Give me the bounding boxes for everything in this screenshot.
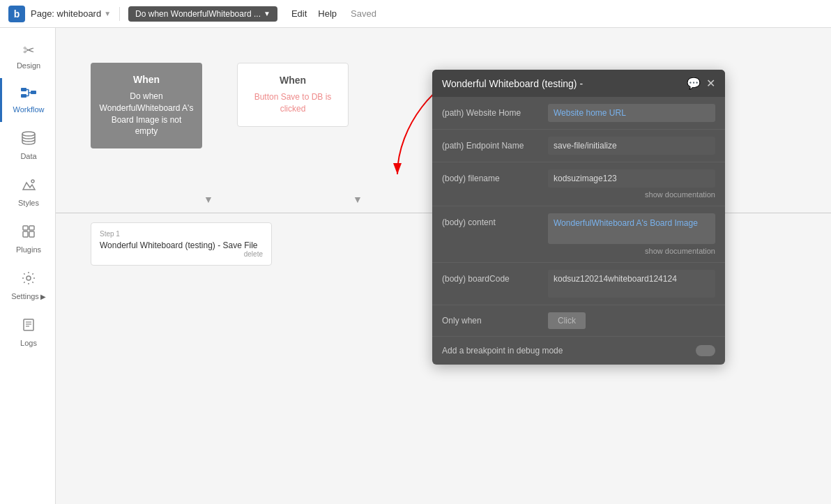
popup-debug-label: Add a breakpoint in debug mode [442,346,689,356]
workflow-icon [21,86,36,102]
sidebar-item-design[interactable]: ✂ Design [0,33,55,78]
workflow-trigger-btn[interactable]: Do when WonderfulWhiteboard ... ▼ [128,6,277,22]
svg-point-8 [31,180,34,183]
popup-footer: Add a breakpoint in debug mode [432,337,725,365]
popup-row-endpoint-name: (path) Endpoint Name save-file/initializ… [432,130,725,162]
popup-input-website-home[interactable]: Website home URL [548,104,715,122]
svg-rect-14 [24,319,33,330]
plugins-icon [21,224,36,243]
popup-only-when-label: Only when [442,316,540,326]
step-delete-btn[interactable]: delete [100,250,263,258]
popup-input-endpoint-name[interactable]: save-file/initialize [548,137,715,155]
sidebar-item-styles-label: Styles [18,199,39,207]
step-row: Step 1 Wonderful Whiteboard (testing) - … [91,223,167,265]
sidebar-item-plugins-label: Plugins [16,245,41,254]
sidebar-item-data[interactable]: Data [0,122,55,169]
saved-status: Saved [351,8,376,19]
step-card-1[interactable]: Step 1 Wonderful Whiteboard (testing) - … [91,222,272,266]
popup-panel: Wonderful Whiteboard (testing) - 💬 ✕ (pa… [432,70,725,365]
popup-label-website-home: (path) Website Home [442,104,540,118]
popup-doc-filename[interactable]: show documentation [548,190,715,199]
page-dropdown-arrow[interactable]: ▼ [104,10,111,17]
sidebar-item-styles[interactable]: Styles [0,169,55,215]
popup-label-content: (body) content [442,213,540,227]
sidebar-item-logs-label: Logs [20,339,37,347]
when-card-2-desc: Button Save to DB is clicked [246,91,340,115]
popup-actions: 💬 ✕ [687,77,715,90]
popup-title: Wonderful Whiteboard (testing) - [442,78,583,89]
svg-point-7 [22,132,35,136]
topbar: b Page: whiteboard ▼ Do when WonderfulWh… [0,0,831,28]
sidebar-item-logs[interactable]: Logs [0,309,55,356]
data-icon [21,130,36,149]
styles-icon [21,177,36,196]
page-label: Page: whiteboard [31,8,101,19]
svg-rect-10 [29,231,34,237]
popup-close-btn[interactable]: ✕ [706,77,715,90]
down-arrow-1: ▼ [204,194,213,205]
popup-debug-toggle[interactable] [696,345,715,356]
popup-label-board-code: (body) boardCode [442,270,540,284]
workflow-trigger-label: Do when WonderfulWhiteboard ... [135,9,261,19]
svg-rect-9 [23,231,28,237]
when-card-1-desc: Do when WonderfulWhiteboard A's Board Im… [99,91,194,137]
when-card-2[interactable]: When Button Save to DB is clicked [237,63,349,127]
sidebar-item-settings-label: Settings [11,292,39,300]
menu-edit[interactable]: Edit [291,8,307,19]
page-selector[interactable]: Page: whiteboard ▼ [31,8,111,19]
popup-value-filename: kodsuzimage123 show documentation [548,169,715,199]
down-arrow-2: ▼ [353,194,363,205]
popup-row-board-code: (body) boardCode kodsuz120214whiteboard1… [432,263,725,305]
sidebar-item-plugins[interactable]: Plugins [0,215,55,262]
when-card-1-title: When [133,74,160,85]
sidebar-item-design-label: Design [17,61,40,70]
step-card-1-title: Wonderful Whiteboard (testing) - Save Fi… [100,240,263,250]
logs-icon [21,317,36,336]
popup-row-content: (body) content WonderfulWhiteboard A's B… [432,206,725,263]
popup-doc-content[interactable]: show documentation [548,247,715,255]
svg-point-13 [26,276,31,280]
design-icon: ✂ [23,42,35,59]
svg-rect-2 [31,91,36,94]
sidebar-item-workflow[interactable]: Workflow [0,78,55,122]
sidebar: ✂ Design Workflow Data Styles Plugins [0,28,56,504]
when-card-2-title: When [280,75,306,86]
popup-input-content[interactable]: WonderfulWhiteboard A's Board Image [548,213,715,244]
popup-row-website-home: (path) Website Home Website home URL [432,97,725,130]
popup-value-endpoint-name: save-file/initialize [548,137,715,155]
svg-rect-11 [23,226,28,230]
popup-value-content: WonderfulWhiteboard A's Board Image show… [548,213,715,255]
when-card-1[interactable]: When Do when WonderfulWhiteboard A's Boa… [91,63,202,148]
settings-arrow: ▶ [40,293,46,300]
sidebar-item-workflow-label: Workflow [13,105,44,114]
topbar-menu: Edit Help Saved [291,8,376,19]
popup-label-filename: (body) filename [442,169,540,183]
popup-only-when-row: Only when Click [432,305,725,337]
popup-comment-btn[interactable]: 💬 [687,77,701,90]
settings-row: Settings ▶ [11,292,46,300]
sidebar-item-data-label: Data [20,152,36,160]
logo: b [8,6,25,22]
main-layout: ✂ Design Workflow Data Styles Plugins [0,28,831,504]
topbar-divider [119,7,120,21]
popup-body: (path) Website Home Website home URL (pa… [432,97,725,365]
settings-icon [21,270,36,289]
menu-help[interactable]: Help [318,8,337,19]
svg-rect-0 [21,88,26,91]
svg-rect-1 [21,94,26,98]
popup-row-filename: (body) filename kodsuzimage123 show docu… [432,162,725,206]
popup-only-when-btn[interactable]: Click [548,312,586,329]
canvas: When Do when WonderfulWhiteboard A's Boa… [56,28,831,504]
popup-header: Wonderful Whiteboard (testing) - 💬 ✕ [432,70,725,97]
svg-rect-12 [29,226,34,230]
step-card-1-label: Step 1 [100,230,263,238]
sidebar-item-settings[interactable]: Settings ▶ [0,262,55,309]
workflow-dropdown-arrow: ▼ [264,10,270,17]
popup-label-endpoint-name: (path) Endpoint Name [442,137,540,151]
popup-value-website-home: Website home URL [548,104,715,122]
popup-input-filename[interactable]: kodsuzimage123 [548,169,715,188]
popup-input-board-code[interactable]: kodsuz120214whiteboard124124 [548,270,715,298]
popup-value-board-code: kodsuz120214whiteboard124124 [548,270,715,298]
